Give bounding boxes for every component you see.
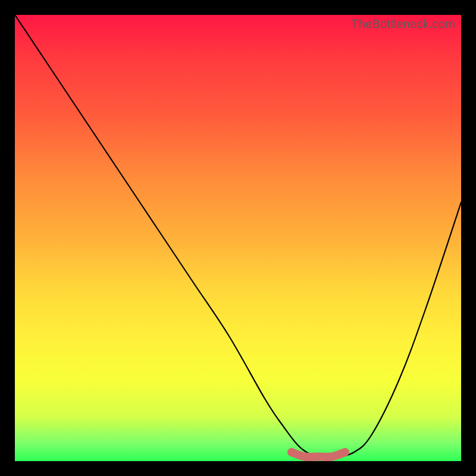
chart-plot-area: TheBottleneck.com xyxy=(15,15,461,461)
chart-frame: TheBottleneck.com xyxy=(0,0,476,476)
bottleneck-curve xyxy=(15,15,461,458)
optimal-marker xyxy=(292,452,345,457)
chart-svg xyxy=(15,15,461,461)
